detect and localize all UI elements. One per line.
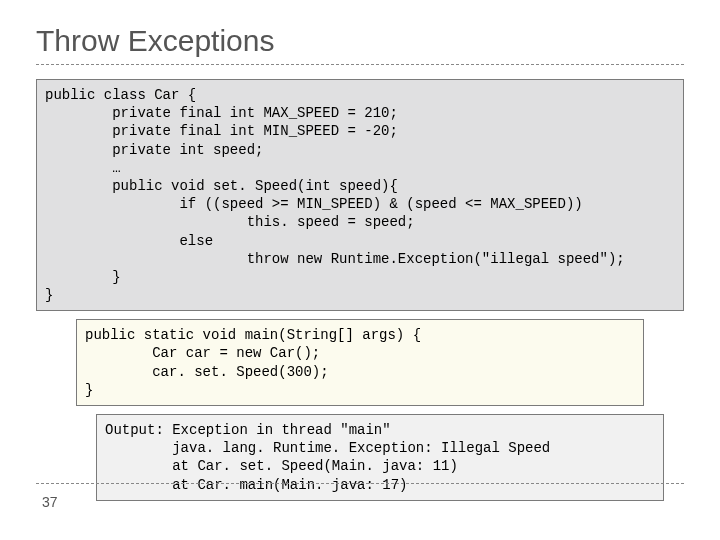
code-main-method: public static void main(String[] args) {… [76, 319, 644, 406]
page-number: 37 [42, 494, 58, 510]
code-class-car: public class Car { private final int MAX… [36, 79, 684, 311]
slide-content: Throw Exceptions public class Car { priv… [0, 0, 720, 501]
footer-divider [36, 483, 684, 484]
code-output: Output: Exception in thread "main" java.… [96, 414, 664, 501]
slide-title: Throw Exceptions [36, 24, 684, 58]
title-divider [36, 64, 684, 65]
